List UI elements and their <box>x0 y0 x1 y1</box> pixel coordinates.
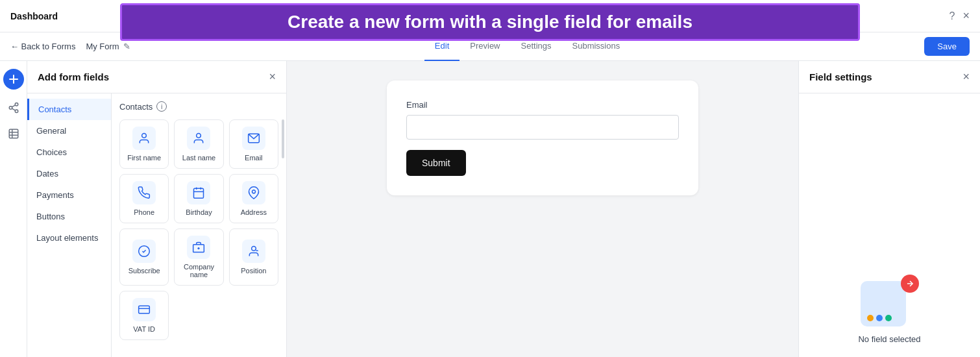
address-icon <box>242 181 265 204</box>
last-name-label: Last name <box>182 154 215 162</box>
field-address[interactable]: Address <box>229 174 278 223</box>
settings-close-button[interactable]: × <box>962 70 970 84</box>
email-field-label: Email <box>406 100 679 110</box>
fields-grid-container: Contacts i First name <box>112 93 286 357</box>
arrow-icon <box>901 275 919 293</box>
svg-rect-23 <box>139 306 150 314</box>
phone-label: Phone <box>134 208 154 216</box>
category-dates[interactable]: Dates <box>27 163 111 184</box>
field-settings-panel: Field settings × <box>798 61 980 357</box>
field-company-name[interactable]: Company name <box>174 228 223 286</box>
category-general[interactable]: General <box>27 120 111 142</box>
category-contacts[interactable]: Contacts <box>27 99 111 120</box>
close-icon[interactable]: × <box>962 9 970 23</box>
panel-body: Contacts General Choices Dates Payments … <box>27 93 286 357</box>
submit-button[interactable]: Submit <box>406 150 466 176</box>
left-icon-bar <box>0 61 27 357</box>
last-name-icon <box>187 127 210 150</box>
field-birthday[interactable]: Birthday <box>174 174 223 223</box>
contacts-label: Contacts <box>119 102 153 112</box>
canvas-area: Email Submit <box>287 61 798 357</box>
category-buttons[interactable]: Buttons <box>27 206 111 227</box>
svg-line-3 <box>12 108 15 110</box>
category-layout[interactable]: Layout elements <box>27 227 111 249</box>
add-icon[interactable] <box>3 69 24 90</box>
settings-header: Field settings × <box>799 61 980 93</box>
form-name: My Form ✎ <box>86 42 130 51</box>
company-name-icon <box>187 236 210 259</box>
form-name-label: My Form <box>86 42 119 51</box>
edit-form-name-icon[interactable]: ✎ <box>123 42 130 51</box>
main-layout: Add form fields × Contacts General Choic… <box>0 61 980 357</box>
header-right: ? × <box>949 9 970 23</box>
category-payments[interactable]: Payments <box>27 184 111 206</box>
help-icon[interactable]: ? <box>949 10 955 22</box>
first-name-label: First name <box>127 154 161 162</box>
save-button[interactable]: Save <box>924 37 970 56</box>
address-label: Address <box>241 208 267 216</box>
app-container: Create a new form with a single field fo… <box>0 0 980 357</box>
fields-panel: Add form fields × Contacts General Choic… <box>27 61 287 357</box>
svg-point-9 <box>142 134 147 138</box>
back-to-forms-link[interactable]: ← Back to Forms <box>10 42 75 51</box>
panel-header: Add form fields × <box>27 61 286 93</box>
birthday-icon <box>187 181 210 204</box>
field-subscribe[interactable]: Subscribe <box>119 228 169 286</box>
email-icon <box>242 127 265 150</box>
phone-icon <box>132 181 156 204</box>
panel-close-button[interactable]: × <box>269 70 276 84</box>
svg-rect-12 <box>194 188 204 198</box>
dot-yellow <box>867 315 874 321</box>
first-name-icon <box>132 127 156 150</box>
birthday-label: Birthday <box>186 208 212 216</box>
app-title: Dashboard <box>10 11 58 21</box>
form-preview: Email Submit <box>387 80 698 195</box>
color-dots <box>867 315 892 321</box>
category-list: Contacts General Choices Dates Payments … <box>27 93 112 357</box>
vat-id-label: VAT ID <box>133 325 155 333</box>
field-email[interactable]: Email <box>229 119 278 169</box>
dot-green <box>885 315 892 321</box>
dot-blue <box>876 315 883 321</box>
share-icon[interactable] <box>6 100 21 116</box>
subscribe-label: Subscribe <box>129 267 160 275</box>
no-field-selected-text: No field selected <box>858 334 920 344</box>
svg-point-2 <box>15 110 18 113</box>
field-position[interactable]: Position <box>229 228 278 286</box>
contacts-category-header: Contacts i <box>119 101 278 112</box>
svg-point-16 <box>252 190 255 193</box>
svg-rect-5 <box>9 129 18 138</box>
field-first-name[interactable]: First name <box>119 119 169 169</box>
banner: Create a new form with a single field fo… <box>120 3 860 41</box>
vat-id-icon <box>132 298 156 321</box>
table-icon[interactable] <box>6 126 21 142</box>
field-vat-id[interactable]: VAT ID <box>119 291 169 340</box>
settings-body: No field selected <box>799 93 980 357</box>
svg-point-10 <box>197 134 201 138</box>
position-label: Position <box>241 267 266 275</box>
breadcrumb-left: ← Back to Forms My Form ✎ <box>10 42 130 51</box>
field-last-name[interactable]: Last name <box>174 119 223 169</box>
panel-title: Add form fields <box>38 71 109 82</box>
header-left: Dashboard <box>10 11 58 21</box>
svg-line-4 <box>12 105 15 107</box>
position-icon <box>242 240 265 263</box>
scroll-indicator <box>282 119 284 158</box>
company-name-label: Company name <box>178 263 219 278</box>
svg-point-21 <box>251 247 256 251</box>
category-choices[interactable]: Choices <box>27 142 111 163</box>
settings-title: Field settings <box>809 71 872 82</box>
subscribe-icon <box>132 240 156 263</box>
email-label: Email <box>245 154 263 162</box>
svg-point-0 <box>15 103 18 106</box>
fields-grid: First name Last name <box>119 119 278 340</box>
field-phone[interactable]: Phone <box>119 174 169 223</box>
email-input[interactable] <box>406 115 679 140</box>
banner-title: Create a new form with a single field fo… <box>135 12 845 32</box>
no-field-illustration <box>861 268 919 326</box>
svg-point-1 <box>9 106 12 110</box>
info-icon[interactable]: i <box>156 101 167 112</box>
